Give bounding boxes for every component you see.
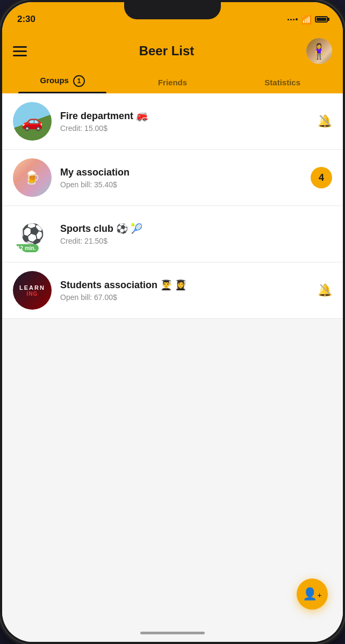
group-info-sports: Sports club ⚽ 🎾 Credit: 21.50$ (60, 223, 332, 245)
group-info-students: Students association 👨‍🎓 👩‍🎓 Open bill: … (60, 279, 311, 302)
group-sub: Open bill: 35.40$ (60, 180, 304, 189)
group-info-fire: Fire department 🚒 Credit: 15.00$ (60, 110, 311, 133)
groups-list: 🚗 Fire department 🚒 Credit: 15.00$ 🔔 (2, 93, 343, 642)
group-info-assoc: My association Open bill: 35.40$ (60, 167, 304, 189)
group-name: Students association 👨‍🎓 👩‍🎓 (60, 279, 311, 291)
add-person-icon: 👤+ (303, 587, 321, 601)
group-avatar-assoc: 🍺 (13, 158, 52, 197)
add-group-fab[interactable]: 👤+ (297, 579, 328, 610)
status-time: 2:30 (17, 14, 35, 25)
mute-icon-fire[interactable]: 🔔 (318, 114, 332, 128)
mute-icon-students[interactable]: 🔔 (318, 283, 332, 297)
phone-frame: 2:30 📶 (0, 0, 345, 644)
group-sub: Credit: 21.50$ (60, 237, 332, 245)
signal-icon (288, 18, 298, 20)
notification-badge-assoc[interactable]: 4 (311, 167, 332, 188)
group-sub: Open bill: 67.00$ (60, 293, 311, 302)
tab-statistics[interactable]: Statistics (227, 72, 337, 93)
groups-badge: 1 (73, 75, 85, 87)
avatar[interactable]: 🧍‍♀️ (306, 38, 332, 64)
group-avatar-fire: 🚗 (13, 102, 52, 141)
header: Beer List 🧍‍♀️ (2, 30, 343, 68)
status-icons: 📶 (288, 14, 328, 25)
group-avatar-students: LEARN ING (13, 271, 52, 310)
wifi-icon: 📶 (301, 14, 312, 25)
list-item[interactable]: LEARN ING Students association 👨‍🎓 👩‍🎓 O… (2, 262, 343, 319)
list-item[interactable]: ⚽ 12 min. Sports club ⚽ 🎾 Credit: 21.50$ (2, 206, 343, 262)
page-title: Beer List (139, 43, 195, 58)
notch (124, 0, 221, 19)
group-name: My association (60, 167, 304, 178)
badge-count: 4 (311, 167, 332, 188)
list-item[interactable]: 🍺 My association Open bill: 35.40$ 4 (2, 150, 343, 206)
group-name: Sports club ⚽ 🎾 (60, 223, 332, 235)
group-name: Fire department 🚒 (60, 110, 311, 122)
tab-friends[interactable]: Friends (118, 72, 228, 93)
group-avatar-sports: ⚽ 12 min. (13, 215, 52, 253)
screen: 2:30 📶 (2, 2, 343, 642)
tabs-bar: Groups 1 Friends Statistics (2, 68, 343, 93)
list-item[interactable]: 🚗 Fire department 🚒 Credit: 15.00$ 🔔 (2, 93, 343, 150)
time-badge: 12 min. (14, 244, 39, 252)
group-sub: Credit: 15.00$ (60, 124, 311, 133)
hamburger-menu-button[interactable] (13, 46, 27, 56)
tab-groups[interactable]: Groups 1 (8, 70, 118, 93)
battery-icon (315, 16, 328, 23)
home-indicator (140, 632, 205, 634)
